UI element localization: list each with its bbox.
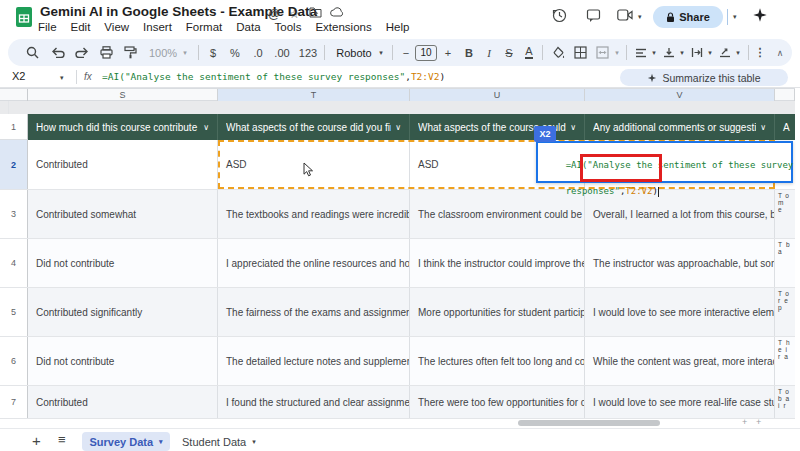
star-icon[interactable]: ☆ xyxy=(289,4,300,22)
menu-format[interactable]: Format xyxy=(186,21,222,33)
paint-format-icon[interactable] xyxy=(120,39,140,66)
format-percent-button[interactable]: % xyxy=(226,39,244,66)
tab-caret-icon[interactable]: ▾ xyxy=(252,438,256,446)
more-toolbar-button[interactable]: ⋮ xyxy=(752,39,768,66)
column-header-s[interactable]: S xyxy=(28,89,218,101)
zoom-select[interactable]: 100% xyxy=(146,39,180,66)
at-mention-icon[interactable]: @ xyxy=(268,4,280,22)
font-select[interactable]: Roboto xyxy=(332,39,376,66)
menu-data[interactable]: Data xyxy=(236,21,260,33)
menu-extensions[interactable]: Extensions xyxy=(315,21,371,33)
tab-survey-data[interactable]: Survey Data ▾ xyxy=(82,432,170,451)
row-number-4[interactable]: 4 xyxy=(0,239,28,287)
collapse-toolbar-icon[interactable]: ∧ xyxy=(772,39,788,66)
cell-s3[interactable]: Contributed somewhat xyxy=(28,190,218,238)
font-size-increase-button[interactable]: + xyxy=(440,39,456,66)
cell-w4[interactable]: Tba xyxy=(775,239,795,287)
video-call-icon[interactable] xyxy=(617,9,633,21)
name-box-caret-icon[interactable]: ▾ xyxy=(60,74,64,82)
formula-input[interactable]: =AI("Analyse the sentiment of these surv… xyxy=(102,71,445,82)
scroll-right-icon[interactable]: + xyxy=(756,417,761,427)
text-rotation-icon[interactable] xyxy=(716,39,734,66)
cell-t7[interactable]: I found the structured and clear assignm… xyxy=(218,386,410,418)
version-history-icon[interactable] xyxy=(552,8,567,23)
fill-color-icon[interactable] xyxy=(548,39,568,66)
move-folder-icon[interactable] xyxy=(309,7,322,18)
borders-icon[interactable] xyxy=(570,39,590,66)
video-call-caret-icon[interactable]: ▾ xyxy=(638,13,642,21)
menu-edit[interactable]: Edit xyxy=(71,21,91,33)
text-wrap-icon[interactable] xyxy=(688,39,706,66)
comment-icon[interactable] xyxy=(586,8,601,23)
row-number-3[interactable]: 3 xyxy=(0,190,28,238)
header-cell-s1[interactable]: How much did this course contribute to y… xyxy=(28,114,218,140)
header-cell-v1[interactable]: Any additional comments or suggestions? … xyxy=(585,114,775,140)
horizontal-align-icon[interactable] xyxy=(632,39,650,66)
summarize-table-button[interactable]: Summarize this table xyxy=(620,69,788,86)
filter-chevron-icon[interactable]: ∨ xyxy=(391,123,401,132)
cell-s7[interactable]: Contributed xyxy=(28,386,218,418)
gemini-sparkle-icon[interactable] xyxy=(752,7,768,23)
vertical-align-icon[interactable] xyxy=(660,39,678,66)
tab-caret-icon[interactable]: ▾ xyxy=(159,438,163,446)
name-box[interactable]: X2 xyxy=(12,70,25,82)
row-number-7[interactable]: 7 xyxy=(0,386,28,418)
cell-u4[interactable]: I think the instructor could improve the… xyxy=(410,239,585,287)
row-number-6[interactable]: 6 xyxy=(0,337,28,385)
row-number-5[interactable]: 5 xyxy=(0,288,28,336)
filter-chevron-icon[interactable]: ∨ xyxy=(566,123,576,132)
more-formats-button[interactable]: 123 xyxy=(296,39,320,66)
cell-v7[interactable]: I would love to see more real-life case … xyxy=(585,386,775,418)
header-cell-t1[interactable]: What aspects of the course did you find … xyxy=(218,114,410,140)
cell-u5[interactable]: More opportunities for student participa… xyxy=(410,288,585,336)
all-sheets-menu-icon[interactable]: ≡ xyxy=(58,432,66,447)
cell-v5[interactable]: I would love to see more interactive ele… xyxy=(585,288,775,336)
bold-button[interactable]: B xyxy=(460,39,478,66)
cell-s6[interactable]: Did not contribute xyxy=(28,337,218,385)
menu-help[interactable]: Help xyxy=(386,21,410,33)
column-header-t[interactable]: T xyxy=(218,89,410,101)
format-currency-button[interactable]: $ xyxy=(204,39,222,66)
redo-icon[interactable] xyxy=(72,39,92,66)
cell-u6[interactable]: The lectures often felt too long and cou… xyxy=(410,337,585,385)
menu-insert[interactable]: Insert xyxy=(143,21,172,33)
cell-v6[interactable]: While the content was great, more intera… xyxy=(585,337,775,385)
cell-w5[interactable]: Torep xyxy=(775,288,795,336)
add-sheet-button[interactable]: + xyxy=(32,432,41,449)
share-caret-icon[interactable]: ▾ xyxy=(733,13,737,21)
italic-button[interactable]: I xyxy=(480,39,498,66)
row-number-2[interactable]: 2 xyxy=(0,140,28,189)
scroll-left-icon[interactable]: + xyxy=(742,417,747,427)
corner-cell[interactable] xyxy=(0,89,28,101)
cell-t6[interactable]: The detailed lecture notes and supplemen… xyxy=(218,337,410,385)
cell-formula-editor[interactable]: =AI("Analyse the sentiment of these surv… xyxy=(536,141,793,183)
menu-tools[interactable]: Tools xyxy=(275,21,302,33)
cell-t5[interactable]: The fairness of the exams and assignment… xyxy=(218,288,410,336)
cloud-status-icon[interactable] xyxy=(330,7,344,17)
filter-chevron-icon[interactable]: ∨ xyxy=(756,123,766,132)
cell-w3[interactable]: Tome xyxy=(775,190,795,238)
tab-student-data[interactable]: Student Data ▾ xyxy=(182,432,256,451)
column-header-overflow[interactable] xyxy=(775,89,795,101)
decrease-decimal-button[interactable]: .0 xyxy=(248,39,268,66)
increase-decimal-button[interactable]: .00 xyxy=(271,39,293,66)
header-cell-overflow[interactable]: A xyxy=(775,114,795,140)
cell-s4[interactable]: Did not contribute xyxy=(28,239,218,287)
filter-chevron-icon[interactable]: ∨ xyxy=(199,123,209,132)
header-cell-u1[interactable]: What aspects of the course could be impr… xyxy=(410,114,585,140)
print-icon[interactable] xyxy=(96,39,116,66)
menu-view[interactable]: View xyxy=(104,21,129,33)
cell-t4[interactable]: I appreciated the online resources and h… xyxy=(218,239,410,287)
sheets-logo-icon[interactable] xyxy=(13,6,35,28)
merge-cells-icon[interactable] xyxy=(592,39,612,66)
horizontal-scrollbar[interactable] xyxy=(518,420,660,426)
font-size-input[interactable]: 10 xyxy=(414,39,438,66)
menu-file[interactable]: File xyxy=(38,21,57,33)
cell-u7[interactable]: There were too few opportunities for cla… xyxy=(410,386,585,418)
undo-icon[interactable] xyxy=(48,39,68,66)
font-size-decrease-button[interactable]: − xyxy=(398,39,414,66)
row-number-1[interactable]: 1 xyxy=(0,114,28,140)
cell-t3[interactable]: The textbooks and readings were incredib… xyxy=(218,190,410,238)
cell-s5[interactable]: Contributed significantly xyxy=(28,288,218,336)
cell-w6[interactable]: Theira xyxy=(775,337,795,385)
